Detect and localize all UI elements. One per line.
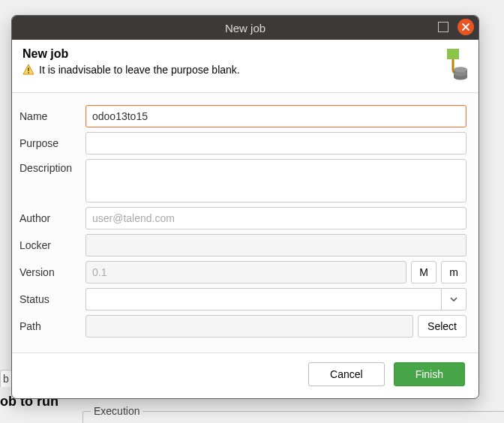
version-minor-button[interactable]: m xyxy=(441,261,466,284)
maximize-icon[interactable] xyxy=(438,22,448,32)
form: Name Purpose Description Author Locker V… xyxy=(12,92,478,353)
row-version: Version M m xyxy=(20,261,466,284)
warning-text: It is inadvisable to leave the purpose b… xyxy=(39,64,240,76)
description-input[interactable] xyxy=(86,159,466,202)
execution-legend: Execution xyxy=(91,405,142,417)
chevron-down-icon xyxy=(449,295,458,304)
dialog-header: New job It is inadvisable to leave the p… xyxy=(12,40,478,92)
warning-row: It is inadvisable to leave the purpose b… xyxy=(22,64,424,76)
header-title: New job xyxy=(22,47,424,61)
label-purpose: Purpose xyxy=(20,137,86,149)
status-value xyxy=(86,288,441,310)
row-locker: Locker xyxy=(20,234,466,256)
warning-icon xyxy=(22,64,34,76)
author-input[interactable] xyxy=(86,207,466,230)
database-icon xyxy=(424,47,468,83)
row-purpose: Purpose xyxy=(20,132,466,154)
label-version: Version xyxy=(20,266,86,278)
execution-fieldset: Execution xyxy=(82,405,504,423)
cancel-button[interactable]: Cancel xyxy=(308,362,385,386)
finish-button[interactable]: Finish xyxy=(394,362,465,386)
label-path: Path xyxy=(20,320,86,332)
row-description: Description xyxy=(20,159,466,202)
path-select-button[interactable]: Select xyxy=(418,315,466,338)
close-icon xyxy=(461,22,470,32)
purpose-input[interactable] xyxy=(86,132,466,154)
label-author: Author xyxy=(20,212,86,224)
name-input[interactable] xyxy=(86,105,466,128)
header-text: New job It is inadvisable to leave the p… xyxy=(22,47,424,76)
row-author: Author xyxy=(20,207,466,230)
label-description: Description xyxy=(20,159,86,174)
label-status: Status xyxy=(20,293,86,305)
path-input xyxy=(86,315,413,338)
svg-rect-0 xyxy=(28,68,29,71)
label-locker: Locker xyxy=(20,239,86,251)
label-name: Name xyxy=(20,110,86,122)
new-job-dialog: New job New job It is inadvisable to lea… xyxy=(11,15,479,399)
locker-input xyxy=(86,234,466,256)
row-status: Status xyxy=(20,288,466,310)
close-button[interactable] xyxy=(458,19,474,35)
status-chevron[interactable] xyxy=(441,288,466,310)
window-buttons xyxy=(438,19,474,35)
dialog-titlebar: New job xyxy=(12,16,478,40)
version-major-button[interactable]: M xyxy=(411,261,436,284)
row-path: Path Select xyxy=(20,315,466,338)
svg-rect-2 xyxy=(447,49,459,59)
dialog-footer: Cancel Finish xyxy=(12,353,478,398)
svg-point-7 xyxy=(454,68,467,73)
dialog-title: New job xyxy=(12,22,478,34)
row-name: Name xyxy=(20,105,466,128)
version-input xyxy=(86,261,406,284)
svg-rect-1 xyxy=(28,72,29,74)
status-select[interactable] xyxy=(86,288,466,310)
